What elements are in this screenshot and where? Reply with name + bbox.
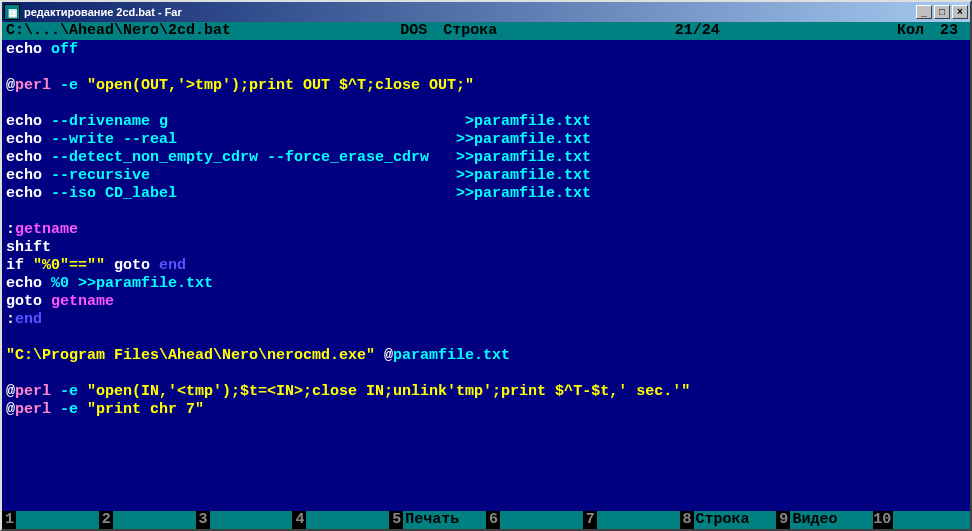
status-col-label: Кол — [889, 22, 932, 40]
fkey-5[interactable]: 5Печать — [389, 511, 486, 529]
status-line-pos: 21/24 — [667, 22, 728, 40]
status-line-label: Строка — [435, 22, 505, 40]
fkey-7[interactable]: 7 — [583, 511, 680, 529]
far-window: ▦ редактирование 2cd.bat - Far _ □ × C:\… — [0, 0, 972, 531]
code-content[interactable]: echo off @perl -e "open(OUT,'>tmp');prin… — [6, 41, 966, 419]
fkey-10[interactable]: 10 — [873, 511, 970, 529]
status-mode: DOS — [392, 22, 435, 40]
fkey-4[interactable]: 4 — [292, 511, 389, 529]
maximize-button[interactable]: □ — [934, 5, 950, 19]
fkey-3[interactable]: 3 — [196, 511, 293, 529]
status-path: C:\...\Ahead\Nero\2cd.bat — [6, 22, 231, 40]
fkey-6[interactable]: 6 — [486, 511, 583, 529]
fkey-1[interactable]: 1 — [2, 511, 99, 529]
editor-area[interactable]: echo off @perl -e "open(OUT,'>tmp');prin… — [2, 40, 970, 511]
status-col-pos: 23 — [932, 22, 966, 40]
fkey-8[interactable]: 8Строка — [680, 511, 777, 529]
app-icon: ▦ — [4, 4, 20, 20]
editor-statusline: C:\...\Ahead\Nero\2cd.bat DOS Строка 21/… — [2, 22, 970, 40]
fkey-9[interactable]: 9Видео — [776, 511, 873, 529]
close-button[interactable]: × — [952, 5, 968, 19]
titlebar[interactable]: ▦ редактирование 2cd.bat - Far _ □ × — [2, 2, 970, 22]
window-buttons: _ □ × — [916, 5, 968, 19]
fkey-2[interactable]: 2 — [99, 511, 196, 529]
minimize-button[interactable]: _ — [916, 5, 932, 19]
function-key-bar: 1 2 3 4 5Печать 6 7 8Строка 9Видео 10 — [2, 511, 970, 529]
window-title: редактирование 2cd.bat - Far — [24, 6, 916, 18]
